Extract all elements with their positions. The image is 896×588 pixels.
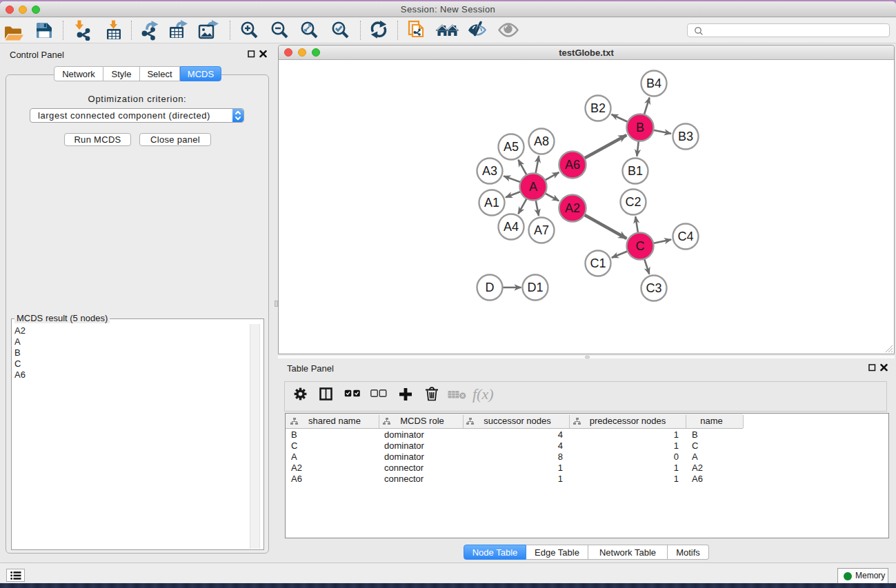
svg-text:B4: B4 — [646, 77, 661, 90]
svg-text:C3: C3 — [646, 281, 661, 295]
svg-text:A4: A4 — [504, 220, 519, 234]
svg-text:A: A — [529, 180, 537, 194]
svg-text:C: C — [636, 239, 645, 253]
svg-text:D: D — [486, 281, 495, 294]
svg-text:A6: A6 — [565, 158, 580, 172]
svg-text:B1: B1 — [628, 164, 643, 178]
svg-text:B3: B3 — [678, 130, 693, 143]
svg-text:B: B — [636, 121, 644, 134]
svg-text:C1: C1 — [590, 256, 606, 270]
svg-text:A5: A5 — [504, 140, 519, 154]
svg-text:A1: A1 — [484, 196, 499, 210]
svg-text:D1: D1 — [527, 281, 543, 294]
svg-text:A3: A3 — [482, 164, 497, 178]
svg-text:C2: C2 — [625, 195, 641, 209]
svg-text:C4: C4 — [677, 230, 693, 243]
svg-text:A8: A8 — [534, 134, 549, 148]
svg-text:B2: B2 — [590, 101, 606, 115]
svg-text:A2: A2 — [565, 201, 580, 215]
svg-text:A7: A7 — [534, 223, 549, 237]
